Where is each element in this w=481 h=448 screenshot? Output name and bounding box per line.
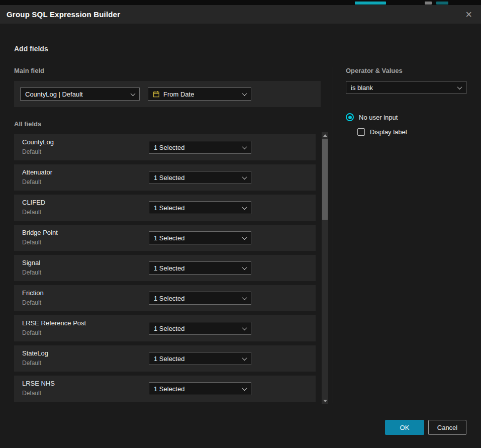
column-divider [333, 67, 333, 403]
layer-select-value: CountyLog | Default [25, 91, 83, 98]
field-row-attenuator: Attenuator Default 1 Selected [14, 164, 316, 191]
field-row-countylog: CountyLog Default 1 Selected [14, 134, 316, 160]
field-values-selected: 1 Selected [154, 204, 184, 212]
dialog-header: Group SQL Expression Builder × [0, 5, 481, 24]
field-values-dropdown[interactable]: 1 Selected [149, 292, 251, 305]
operator-select[interactable]: is blank [346, 81, 466, 94]
main-field-label: Main field [14, 67, 333, 75]
field-values-dropdown[interactable]: 1 Selected [149, 322, 251, 335]
close-icon[interactable]: × [465, 10, 472, 20]
field-values-dropdown[interactable]: 1 Selected [149, 171, 251, 184]
field-values-dropdown[interactable]: 1 Selected [149, 382, 251, 395]
field-values-selected: 1 Selected [154, 295, 184, 302]
field-values-dropdown[interactable]: 1 Selected [149, 201, 251, 214]
field-values-dropdown[interactable]: 1 Selected [149, 141, 251, 154]
operator-select-value: is blank [351, 84, 373, 92]
field-subtitle: Default [22, 390, 41, 397]
background-app-artifact [355, 2, 386, 5]
field-values-dropdown[interactable]: 1 Selected [149, 261, 251, 275]
date-field-select[interactable]: From Date [148, 87, 251, 101]
field-values-selected: 1 Selected [154, 355, 184, 363]
field-name: Friction [22, 289, 44, 297]
background-app-artifact [436, 2, 448, 5]
field-name: Signal [22, 259, 40, 266]
scrollbar-thumb[interactable] [322, 139, 328, 220]
chevron-down-icon [242, 295, 247, 300]
field-values-selected: 1 Selected [154, 144, 184, 151]
field-subtitle: Default [22, 269, 41, 276]
background-app-strip [0, 0, 481, 5]
fields-column: Main field CountyLog | Default [14, 67, 333, 406]
dialog-body: Add fields Main field CountyLog | Defaul… [0, 24, 481, 448]
field-subtitle: Default [22, 329, 41, 336]
all-fields-label: All fields [14, 120, 333, 128]
ok-button[interactable]: OK [385, 420, 424, 435]
field-values-selected: 1 Selected [154, 234, 184, 242]
field-name: CountyLog [22, 138, 54, 146]
chevron-down-icon [242, 144, 247, 149]
operator-values-label: Operator & Values [346, 67, 466, 75]
checkbox-unchecked-icon [357, 128, 365, 136]
chevron-down-icon [242, 91, 247, 96]
field-values-selected: 1 Selected [154, 174, 184, 182]
field-values-dropdown[interactable]: 1 Selected [149, 231, 251, 244]
field-name: LRSE NHS [22, 380, 55, 387]
field-row-friction: Friction Default 1 Selected [14, 285, 316, 311]
operator-values-column: Operator & Values is blank No user input… [346, 67, 466, 136]
field-subtitle: Default [22, 299, 41, 306]
chevron-down-icon [242, 174, 247, 180]
chevron-down-icon [242, 325, 247, 330]
chevron-down-icon [242, 355, 247, 361]
chevron-down-icon [242, 235, 247, 240]
field-values-selected: 1 Selected [154, 264, 184, 272]
field-values-selected: 1 Selected [154, 385, 184, 393]
display-label-checkbox[interactable]: Display label [357, 128, 466, 136]
field-values-selected: 1 Selected [154, 325, 184, 332]
dialog-title: Group SQL Expression Builder [7, 10, 120, 19]
fields-scrollbar[interactable] [322, 132, 328, 404]
cancel-button[interactable]: Cancel [428, 420, 466, 435]
scroll-down-icon[interactable] [322, 398, 328, 404]
display-label-label: Display label [370, 128, 407, 136]
field-row-statelog: StateLog Default 1 Selected [14, 345, 316, 372]
no-user-input-label: No user input [359, 114, 398, 121]
field-row-clifed: CLIFED Default 1 Selected [14, 195, 316, 221]
field-subtitle: Default [22, 178, 41, 186]
screen: Group SQL Expression Builder × Add field… [0, 0, 481, 448]
no-user-input-radio[interactable]: No user input [346, 113, 466, 121]
field-subtitle: Default [22, 148, 41, 155]
field-subtitle: Default [22, 209, 41, 216]
field-name: Attenuator [22, 168, 52, 176]
dialog-footer: OK Cancel [385, 420, 466, 435]
scroll-up-icon[interactable] [322, 132, 328, 138]
field-name: LRSE Reference Post [22, 319, 86, 327]
all-fields-list: CountyLog Default 1 Selected Attenuator … [14, 134, 333, 402]
background-app-artifact [425, 2, 432, 5]
dialog-columns: Main field CountyLog | Default [14, 67, 467, 406]
date-field-select-value: From Date [163, 91, 194, 98]
field-row-lrse-nhs: LRSE NHS Default 1 Selected [14, 376, 316, 402]
radio-selected-icon [346, 113, 354, 121]
calendar-icon [153, 91, 160, 98]
add-fields-heading: Add fields [14, 45, 467, 53]
field-row-lrse-reference-post: LRSE Reference Post Default 1 Selected [14, 315, 316, 341]
chevron-down-icon [242, 205, 247, 210]
field-name: Bridge Point [22, 229, 58, 236]
field-row-bridge-point: Bridge Point Default 1 Selected [14, 225, 316, 251]
main-field-panel: CountyLog | Default [14, 81, 321, 107]
field-name: CLIFED [22, 199, 45, 206]
layer-select[interactable]: CountyLog | Default [20, 87, 140, 101]
field-row-signal: Signal Default 1 Selected [14, 255, 316, 281]
group-sql-expression-builder-dialog: Group SQL Expression Builder × Add field… [0, 5, 481, 448]
field-subtitle: Default [22, 239, 41, 246]
chevron-down-icon [131, 91, 136, 96]
chevron-down-icon [457, 84, 462, 89]
field-name: StateLog [22, 349, 48, 357]
field-values-dropdown[interactable]: 1 Selected [149, 352, 251, 365]
chevron-down-icon [242, 265, 247, 270]
field-subtitle: Default [22, 360, 41, 367]
chevron-down-icon [242, 386, 247, 391]
